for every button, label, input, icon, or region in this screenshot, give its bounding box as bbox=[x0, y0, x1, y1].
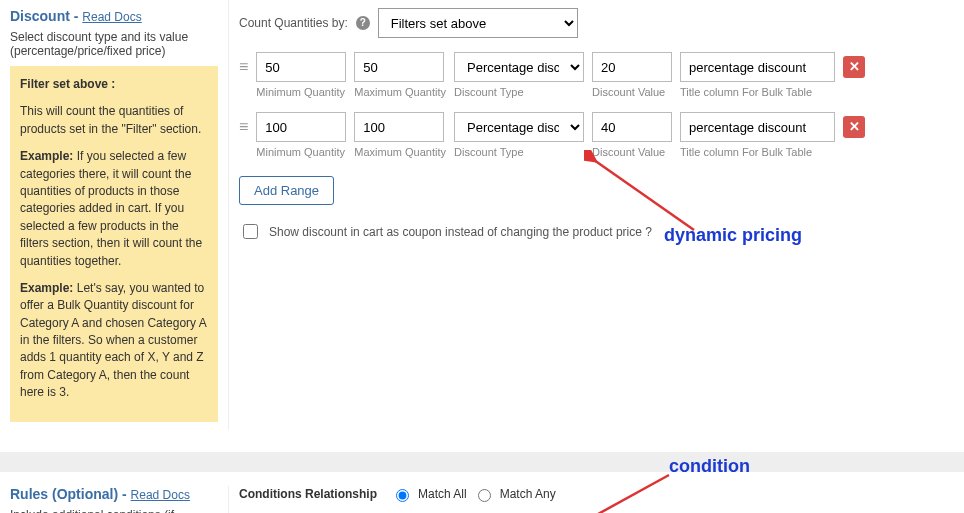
help-icon[interactable]: ? bbox=[356, 16, 370, 30]
svg-line-0 bbox=[594, 160, 694, 230]
drag-handle-icon[interactable]: ≡ bbox=[239, 112, 248, 142]
rules-docs-link[interactable]: Read Docs bbox=[131, 488, 190, 502]
rules-title: Rules (Optional) bbox=[10, 486, 118, 502]
min-qty-input[interactable] bbox=[256, 52, 346, 82]
bulk-title-input[interactable] bbox=[680, 52, 835, 82]
max-qty-input[interactable] bbox=[354, 52, 444, 82]
drag-handle-icon[interactable]: ≡ bbox=[239, 52, 248, 82]
count-by-label: Count Quantities by: bbox=[239, 16, 348, 30]
match-any-radio[interactable] bbox=[478, 489, 491, 502]
max-qty-input[interactable] bbox=[354, 112, 444, 142]
section-divider bbox=[0, 452, 964, 472]
discount-desc: Select discount type and its value (perc… bbox=[10, 30, 218, 58]
discount-value-input[interactable] bbox=[592, 112, 672, 142]
annotation-condition: condition bbox=[669, 456, 750, 477]
add-range-button[interactable]: Add Range bbox=[239, 176, 334, 205]
discount-type-select[interactable]: Percentage discount bbox=[454, 112, 584, 142]
discount-title: Discount bbox=[10, 8, 70, 24]
match-all-radio[interactable] bbox=[396, 489, 409, 502]
count-by-select[interactable]: Filters set above bbox=[378, 8, 578, 38]
delete-range-button[interactable]: ✕ bbox=[843, 56, 865, 78]
show-as-coupon-label: Show discount in cart as coupon instead … bbox=[269, 225, 652, 239]
show-as-coupon-checkbox[interactable] bbox=[243, 224, 258, 239]
delete-range-button[interactable]: ✕ bbox=[843, 116, 865, 138]
discount-type-select[interactable]: Percentage discount bbox=[454, 52, 584, 82]
bulk-title-input[interactable] bbox=[680, 112, 835, 142]
min-qty-input[interactable] bbox=[256, 112, 346, 142]
discount-value-input[interactable] bbox=[592, 52, 672, 82]
conditions-relationship-label: Conditions Relationship bbox=[239, 487, 377, 501]
rules-desc: Include additional conditions (if necess… bbox=[10, 508, 218, 513]
filter-info-box: Filter set above : This will count the q… bbox=[10, 66, 218, 422]
discount-docs-link[interactable]: Read Docs bbox=[82, 10, 141, 24]
annotation-dynamic-pricing: dynamic pricing bbox=[664, 225, 802, 246]
